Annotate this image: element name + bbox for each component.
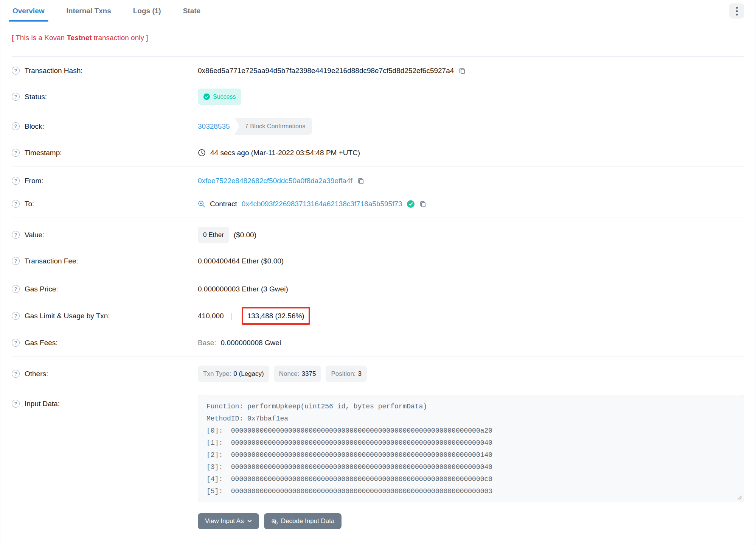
block-confirmations-badge: 7 Block Confirmations [234,118,312,135]
tab-bar: Overview Internal Txns Logs (1) State [0,0,756,22]
input-data-textarea[interactable]: Function: performUpkeep(uint256 id, byte… [198,395,744,502]
transaction-fee-row: ? Transaction Fee: 0.000400464 Ether ($0… [12,249,744,272]
help-icon[interactable]: ? [12,177,20,185]
from-address-link[interactable]: 0xfee7522e8482682cf50ddc50a0f8da2a39effa… [198,176,352,186]
copy-icon [458,67,466,75]
gas-fees-label: Gas Fees: [25,338,58,348]
others-row: ? Others: Txn Type:0 (Legacy) Nonce:3375… [12,359,744,388]
view-input-as-label: View Input As [205,517,244,525]
annotation-highlight-box: 133,488 (32.56%) [242,307,310,325]
search-plus-icon [198,200,205,208]
to-contract-label: Contract [210,199,237,209]
nonce-key: Nonce: [279,369,300,379]
gas-limit-separator: | [231,311,233,321]
gas-fees-base-label: Base: [198,338,216,348]
gas-price-value: 0.000000003 Ether (3 Gwei) [198,284,288,294]
status-badge: Success [198,89,241,105]
decode-input-data-label: Decode Input Data [281,517,335,525]
input-data-word-5: [5]: 00000000000000000000000000000000000… [206,485,736,497]
nonce-value: 3375 [302,369,316,379]
notice-text-bold: Testnet [67,34,92,42]
txn-type-pill: Txn Type:0 (Legacy) [198,366,269,382]
resize-handle-icon[interactable] [737,495,742,500]
kebab-menu-icon [736,7,738,16]
tab-logs[interactable]: Logs (1) [132,0,162,22]
transaction-fee-value: 0.000400464 Ether ($0.00) [198,256,284,266]
section-value: ? Value: 0 Ether ($0.00) ? Transaction F… [12,218,744,275]
to-row: ? To: Contract 0x4cb093f226983713164a621… [12,192,744,215]
gas-limit-label: Gas Limit & Usage by Txn: [25,311,110,321]
section-others: ? Others: Txn Type:0 (Legacy) Nonce:3375… [12,357,744,540]
help-icon[interactable]: ? [12,67,20,75]
value-amount: 0 Ether [203,230,224,240]
from-row: ? From: 0xfee7522e8482682cf50ddc50a0f8da… [12,169,744,192]
gas-limit-value: 410,000 [198,311,224,321]
help-icon[interactable]: ? [12,339,20,347]
copy-to-address-button[interactable] [419,200,427,208]
gas-usage-value: 133,488 (32.56%) [247,312,304,320]
section-addresses: ? From: 0xfee7522e8482682cf50ddc50a0f8da… [12,167,744,218]
copy-hash-button[interactable] [458,67,466,75]
help-icon[interactable]: ? [12,285,20,293]
chevron-down-icon [247,520,252,523]
input-data-word-1: [1]: 00000000000000000000000000000000000… [206,437,736,449]
from-label: From: [25,176,43,186]
help-icon[interactable]: ? [12,149,20,157]
value-label: Value: [25,230,44,240]
txn-type-value: 0 (Legacy) [233,369,264,379]
status-badge-text: Success [213,92,236,102]
timestamp-row: ? Timestamp: 44 secs ago (Mar-11-2022 03… [12,141,744,164]
others-label: Others: [25,369,48,379]
bottom-spacer [12,540,744,545]
position-value: 3 [358,369,362,379]
decode-input-data-button[interactable]: Decode Input Data [264,513,342,529]
gas-price-row: ? Gas Price: 0.000000003 Ether (3 Gwei) [12,277,744,301]
view-input-as-button[interactable]: View Input As [198,513,259,529]
help-icon[interactable]: ? [12,93,20,101]
notice-text-suffix: transaction only ] [92,34,148,42]
help-icon[interactable]: ? [12,400,20,408]
tab-overview[interactable]: Overview [12,0,45,22]
copy-icon [419,200,427,208]
help-icon[interactable]: ? [12,370,20,378]
to-address-link[interactable]: 0x4cb093f226983713164a62138c3f718a5b595f… [242,199,402,209]
transaction-hash-value: 0x86ed5a771e725aa94d5b7fa2398e4419e216d8… [198,65,454,76]
testnet-notice: [ This is a Kovan Testnet transaction on… [0,22,756,42]
copy-from-address-button[interactable] [357,177,365,185]
verified-check-icon [407,200,414,208]
block-row: ? Block: 30328535 7 Block Confirmations [12,111,744,141]
block-number-link[interactable]: 30328535 [198,121,230,131]
clock-icon [198,149,206,157]
help-icon[interactable]: ? [12,122,20,130]
transaction-fee-label: Transaction Fee: [25,256,78,266]
notice-text-prefix: [ This is a Kovan [12,34,67,42]
transaction-overview-card: Overview Internal Txns Logs (1) State [ … [0,0,756,545]
nonce-pill: Nonce:3375 [274,366,321,382]
input-data-word-2: [2]: 00000000000000000000000000000000000… [206,449,736,461]
timestamp-label: Timestamp: [25,148,62,158]
value-usd: ($0.00) [234,230,256,240]
position-pill: Position:3 [326,366,367,382]
tab-state[interactable]: State [182,0,201,22]
tab-internal-txns[interactable]: Internal Txns [66,0,112,22]
value-amount-pill: 0 Ether [198,227,229,243]
input-data-word-3: [3]: 00000000000000000000000000000000000… [206,461,736,473]
more-options-button[interactable] [729,3,744,19]
input-data-word-0: [0]: 00000000000000000000000000000000000… [206,425,736,437]
gas-fees-row: ? Gas Fees: Base: 0.000000008 Gwei [12,331,744,354]
input-data-actions: View Input As Decode Input Data [198,509,744,537]
help-icon[interactable]: ? [12,312,20,320]
gas-limit-usage-row: ? Gas Limit & Usage by Txn: 410,000 | 13… [12,301,744,331]
input-data-methodid-line: MethodID: 0x7bbaf1ea [206,413,736,425]
input-data-row: ? Input Data: Function: performUpkeep(ui… [12,388,744,509]
block-label: Block: [25,121,44,131]
copy-icon [357,177,365,185]
input-data-function-line: Function: performUpkeep(uint256 id, byte… [206,400,736,413]
help-icon[interactable]: ? [12,200,20,208]
gas-price-label: Gas Price: [25,284,58,294]
position-key: Position: [331,369,355,379]
transaction-hash-label: Transaction Hash: [25,65,82,76]
gears-icon [271,518,278,525]
help-icon[interactable]: ? [12,257,20,265]
help-icon[interactable]: ? [12,231,20,239]
